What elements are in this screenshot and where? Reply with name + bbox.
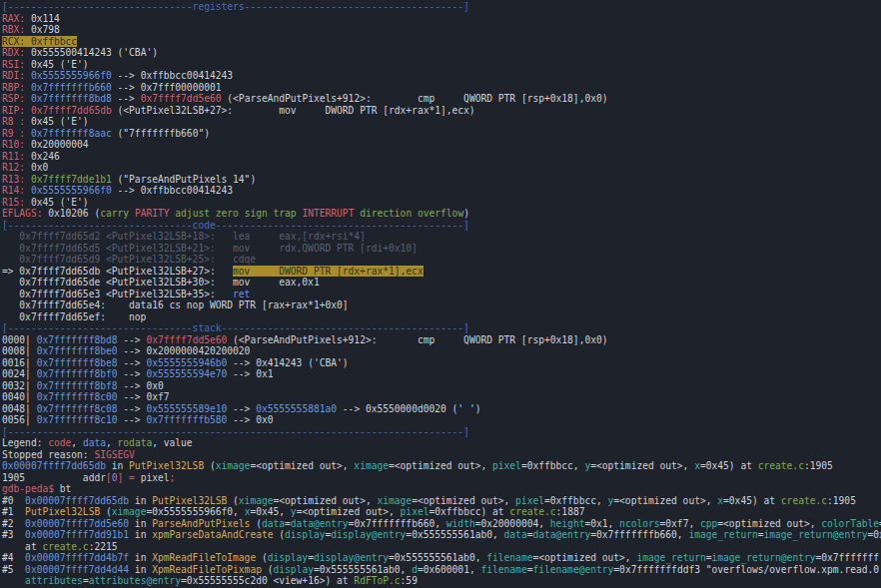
stack-entry-0008: 0008| 0x7fffffff8be0 --> 0x2000000420200…: [2, 345, 881, 357]
legend: Legend: code, data, rodata, value: [2, 437, 881, 449]
code-line-executed: 0x7ffff7dd65d5 <PutPixel32LSB+21>: mov r…: [2, 243, 881, 255]
reg-r13: R13: 0x7ffff7dde1b1 ("ParseAndPutPixels …: [2, 174, 881, 186]
backtrace-frame-0: #0 0x00007ffff7dd65db in PutPixel32LSB (…: [2, 495, 881, 507]
reg-rbx: RBX: 0x798: [2, 24, 881, 36]
reg-r15: R15: 0x45 ('E'): [2, 197, 881, 209]
code-line: 0x7ffff7dd65de <PutPixel32LSB+30>: mov e…: [2, 277, 881, 289]
gdb-peda-output: [--------------------------------registe…: [0, 0, 881, 587]
reg-eflags: EFLAGS: 0x10206 (carry PARITY adjust zer…: [2, 208, 881, 220]
prompt-line: gdb-peda$ bt: [2, 483, 881, 495]
reg-rdx: RDX: 0x555500414243 ('CBA'): [2, 47, 881, 59]
stop-frame: 0x00007ffff7dd65db in PutPixel32LSB (xim…: [2, 460, 881, 472]
backtrace-frame-5: #5 0x00007ffff7dd4d44 in XpmReadFileToPi…: [2, 564, 881, 576]
code-line: 0x7ffff7dd65e3 <PutPixel32LSB+35>: ret: [2, 289, 881, 300]
reg-r14: R14: 0x5555555966f0 --> 0xffbbcc00414243: [2, 185, 881, 197]
header-registers: [--------------------------------registe…: [2, 1, 881, 13]
reg-rbp: RBP: 0x7fffffffb660 --> 0x7fff00000001: [2, 82, 881, 94]
header-stack: [--------------------------------stack--…: [2, 322, 881, 334]
stack-entry-0032: 0032| 0x7fffffff8bf8 --> 0x0: [2, 380, 881, 392]
backtrace-frame-1: #1 PutPixel32LSB (ximage=0x5555555966f0,…: [2, 506, 881, 518]
source-line: 1905 addr[0] = pixel;: [2, 472, 881, 484]
reg-rsi: RSI: 0x45 ('E'): [2, 59, 881, 71]
separator: [---------------------------------------…: [2, 426, 881, 438]
backtrace-frame-5-cont: attributes=attributes@entry=0x55555555c2…: [2, 575, 881, 587]
reg-rip: RIP: 0x7ffff7dd65db (<PutPixel32LSB+27>:…: [2, 105, 881, 117]
backtrace-frame-3-cont: at create.c:2215: [2, 541, 881, 553]
reg-rdi: RDI: 0x5555555966f0 --> 0xffbbcc00414243: [2, 70, 881, 82]
stack-entry-0016: 0016| 0x7fffffff8be8 --> 0x5555555946b0 …: [2, 357, 881, 369]
terminal-screen: [--------------------------------registe…: [0, 0, 881, 587]
code-line-current: => 0x7ffff7dd65db <PutPixel32LSB+27>: mo…: [2, 266, 881, 278]
code-line: 0x7ffff7dd65e4: data16 cs nop WORD PTR […: [2, 299, 881, 311]
reg-rsp: RSP: 0x7fffffff8bd8 --> 0x7ffff7dd5e60 (…: [2, 93, 881, 105]
stack-entry-0048: 0048| 0x7fffffff8c08 --> 0x555555589e10 …: [2, 403, 881, 415]
reg-r12: R12: 0x0: [2, 162, 881, 174]
code-line-executed: 0x7ffff7dd65d2 <PutPixel32LSB+18>: lea e…: [2, 231, 881, 243]
code-line-executed: 0x7ffff7dd65d9 <PutPixel32LSB+25>: cdqe: [2, 254, 881, 266]
reg-rax: RAX: 0x114: [2, 13, 881, 25]
backtrace-frame-2: #2 0x00007ffff7dd5e60 in ParseAndPutPixe…: [2, 518, 881, 530]
reg-r10: R10: 0x20000004: [2, 139, 881, 151]
stopped-reason: Stopped reason: SIGSEGV: [2, 449, 881, 461]
backtrace-frame-3: #3 0x00007ffff7dd91b1 in xpmParseDataAnd…: [2, 529, 881, 541]
code-line: 0x7ffff7dd65ef: nop: [2, 311, 881, 323]
reg-r9: R9 : 0x7fffffff8aac ("7fffffffb660"): [2, 128, 881, 140]
stack-entry-0000: 0000| 0x7fffffff8bd8 --> 0x7ffff7dd5e60 …: [2, 334, 881, 346]
header-code: [--------------------------------code---…: [2, 220, 881, 232]
reg-r11: R11: 0x246: [2, 151, 881, 163]
reg-r8: R8 : 0x45 ('E'): [2, 116, 881, 128]
stack-entry-0056: 0056| 0x7fffffff8c10 --> 0x7fffffffb580 …: [2, 414, 881, 426]
stack-entry-0040: 0040| 0x7fffffff8c00 --> 0xf7: [2, 391, 881, 403]
reg-rcx-highlighted: RCX: 0xffbbcc: [2, 36, 881, 48]
backtrace-frame-4: #4 0x00007ffff7dd4b7f in XpmReadFileToIm…: [2, 552, 881, 564]
stack-entry-0024: 0024| 0x7fffffff8bf0 --> 0x555555594e70 …: [2, 368, 881, 380]
